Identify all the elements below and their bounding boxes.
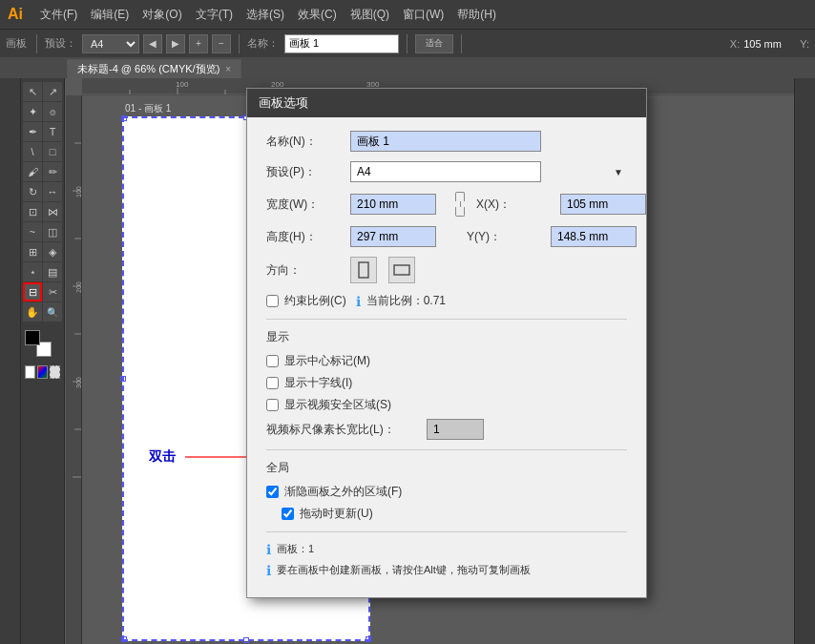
ruler-left: 100 200 300 xyxy=(65,95,82,644)
menu-select[interactable]: 选择(S) xyxy=(240,5,290,25)
graph-tool[interactable]: ▤ xyxy=(43,262,62,281)
zoom-tool[interactable]: 🔍 xyxy=(43,302,62,322)
none-mode-icon[interactable] xyxy=(50,365,60,379)
menu-window[interactable]: 窗口(W) xyxy=(397,5,449,25)
dialog-preset-dropdown[interactable]: A4 xyxy=(350,161,541,182)
fg-color-swatch[interactable] xyxy=(25,330,40,345)
dialog-y-input[interactable] xyxy=(551,226,637,247)
info-text-2: 要在画板中创建新画板，请按住Alt键，拖动可复制画板 xyxy=(277,563,531,577)
dialog-width-input[interactable] xyxy=(350,194,436,215)
dialog-preset-label: 预设(P)： xyxy=(266,164,343,180)
constraint-checkbox[interactable] xyxy=(266,295,279,307)
fit-artboard-btn[interactable]: 适合 xyxy=(415,34,453,53)
menu-text[interactable]: 文字(T) xyxy=(190,5,239,25)
artboard-name-input[interactable] xyxy=(284,34,399,53)
update-drag-row: 拖动时更新(U) xyxy=(282,506,627,522)
left-panel-label xyxy=(0,78,21,644)
menu-help[interactable]: 帮助(H) xyxy=(451,5,502,25)
portrait-icon xyxy=(357,261,370,279)
pen-tool[interactable]: ✒ xyxy=(23,122,42,141)
tab-close-btn[interactable]: × xyxy=(225,64,231,74)
line-tool[interactable]: \ xyxy=(23,142,42,161)
gradient-tool[interactable]: ◫ xyxy=(43,222,62,241)
lasso-tool[interactable]: ⌾ xyxy=(43,102,62,121)
handle-mid-left xyxy=(120,376,126,382)
info-row-2: ℹ 要在画板中创建新画板，请按住Alt键，拖动可复制画板 xyxy=(266,563,627,578)
tool-row-7: ⊡ ⋈ xyxy=(23,202,62,221)
gradient-mode-icon[interactable] xyxy=(37,365,48,379)
mirror-tool[interactable]: ↔ xyxy=(43,182,62,201)
dialog-y-label: Y(Y)： xyxy=(467,229,543,245)
next-artboard-btn[interactable]: ▶ xyxy=(166,34,185,53)
paintbrush-tool[interactable]: 🖌 xyxy=(23,162,42,181)
menu-view[interactable]: 视图(Q) xyxy=(345,5,395,25)
show-crosshair-checkbox[interactable] xyxy=(266,377,279,389)
dialog-preset-row: 预设(P)： A4 ▼ xyxy=(266,161,627,182)
ruler-left-marks: 100 200 300 xyxy=(65,95,82,644)
dialog-name-row: 名称(N)： xyxy=(266,131,627,152)
menu-object[interactable]: 对象(O) xyxy=(136,5,187,25)
x-coord-value: 105 mm xyxy=(743,38,796,50)
right-panel xyxy=(794,78,815,644)
rotate-tool[interactable]: ↻ xyxy=(23,182,42,201)
pencil-tool[interactable]: ✏ xyxy=(43,162,62,181)
menu-file[interactable]: 文件(F) xyxy=(34,5,83,25)
type-tool[interactable]: T xyxy=(43,122,62,141)
add-artboard-btn[interactable]: + xyxy=(189,34,208,53)
tool-row-9: ⊞ ◈ xyxy=(23,242,62,261)
app-logo: Ai xyxy=(8,6,23,23)
width-tool[interactable]: ⋈ xyxy=(43,202,62,221)
menu-edit[interactable]: 编辑(E) xyxy=(85,5,135,25)
ratio-label: 当前比例：0.71 xyxy=(366,293,446,309)
fade-outside-checkbox[interactable] xyxy=(266,486,279,498)
tool-row-3: ✒ T xyxy=(23,122,62,141)
show-center-label: 显示中心标记(M) xyxy=(284,353,370,369)
portrait-btn[interactable] xyxy=(350,257,377,283)
x-coord-label: X: xyxy=(730,38,740,50)
canvas-area: 100 200 300 100 200 300 xyxy=(65,78,794,644)
pixel-ratio-input[interactable] xyxy=(427,419,484,440)
symbol-tool[interactable]: ⋆ xyxy=(23,262,42,281)
landscape-btn[interactable] xyxy=(388,257,415,283)
fade-outside-row: 渐隐画板之外的区域(F) xyxy=(266,484,627,500)
scale-tool[interactable]: ⊡ xyxy=(23,202,42,221)
handle-tl xyxy=(121,115,127,121)
artboard-options-dialog[interactable]: 画板选项 名称(N)： 预设(P)： A4 xyxy=(246,88,647,598)
dialog-width-label: 宽度(W)： xyxy=(266,197,343,213)
dialog-orientation-row: 方向： xyxy=(266,257,627,283)
preset-dropdown[interactable]: A4 xyxy=(82,34,139,53)
tab-bar: 未标题-4 @ 66% (CMYK/预览) × xyxy=(0,57,815,78)
blend-tool[interactable]: ◈ xyxy=(43,242,62,261)
info-text-1: 画板：1 xyxy=(277,542,314,556)
delete-artboard-btn[interactable]: − xyxy=(212,34,231,53)
show-safe-checkbox[interactable] xyxy=(266,399,279,411)
select-tool[interactable]: ↖ xyxy=(23,82,42,101)
svg-text:200: 200 xyxy=(75,281,82,293)
dialog-x-input[interactable] xyxy=(560,194,646,215)
update-drag-checkbox[interactable] xyxy=(282,508,294,520)
dialog-title-bar[interactable]: 画板选项 xyxy=(247,89,646,117)
direct-select-tool[interactable]: ↗ xyxy=(43,82,62,101)
dialog-name-input[interactable] xyxy=(350,131,541,152)
preset-label: 预设： xyxy=(45,36,76,51)
mesh-tool[interactable]: ⊞ xyxy=(23,242,42,261)
slice-tool[interactable]: ✂ xyxy=(43,282,62,301)
show-center-checkbox[interactable] xyxy=(266,355,279,367)
update-drag-label: 拖动时更新(U) xyxy=(300,506,373,522)
magic-wand-tool[interactable]: ✦ xyxy=(23,102,42,121)
tool-row-11: ⊟ ✂ xyxy=(23,282,62,301)
rect-tool[interactable]: □ xyxy=(43,142,62,161)
warp-tool[interactable]: ~ xyxy=(23,222,42,241)
dialog-divider-1 xyxy=(266,319,627,320)
display-section-title: 显示 xyxy=(266,329,627,345)
fill-mode-icon[interactable] xyxy=(25,365,35,379)
menu-effect[interactable]: 效果(C) xyxy=(292,5,343,25)
divider-1 xyxy=(36,34,37,53)
artboard-tool[interactable]: ⊟ xyxy=(23,282,42,301)
tab-label: 未标题-4 @ 66% (CMYK/预览) xyxy=(77,62,219,76)
dialog-height-input[interactable] xyxy=(350,226,436,247)
prev-artboard-btn[interactable]: ◀ xyxy=(143,34,162,53)
constraint-info-icon: ℹ xyxy=(356,294,361,309)
document-tab[interactable]: 未标题-4 @ 66% (CMYK/预览) × xyxy=(67,59,241,78)
hand-tool[interactable]: ✋ xyxy=(23,302,42,322)
